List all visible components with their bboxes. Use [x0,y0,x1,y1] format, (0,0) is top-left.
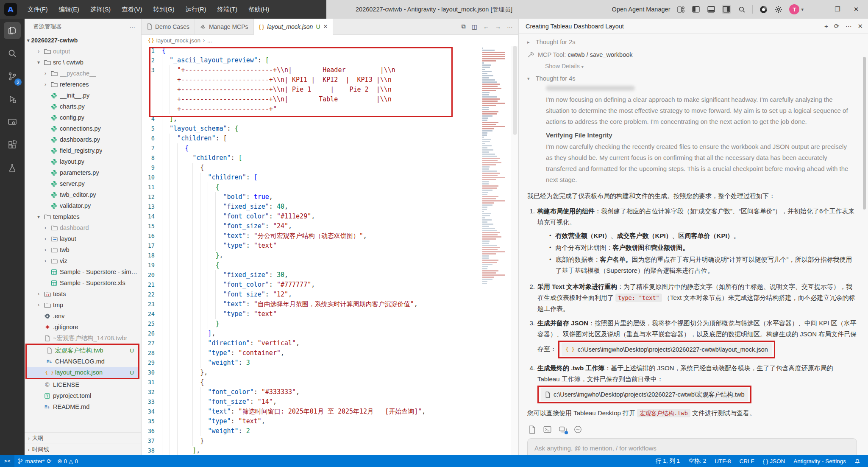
agent-scrollbar[interactable] [863,57,866,210]
problems-item[interactable]: ⊗0 △0 [54,455,81,467]
outline-section[interactable]: ›大纲 [25,432,141,444]
code-line[interactable]: 26], [142,329,518,338]
search-sidebar-icon[interactable] [4,45,21,62]
chevron-collapsed-icon[interactable]: › [36,302,42,308]
show-details-toggle[interactable]: Show Details ▾ [527,61,857,72]
tree-item[interactable]: M↓CHANGELOG.md [27,356,138,367]
chevron-collapsed-icon[interactable]: › [42,258,48,264]
chevron-collapsed-icon[interactable]: › [36,48,42,54]
explorer-more-icon[interactable]: ⋯ [130,23,136,30]
code-line[interactable]: 18}, [142,251,518,260]
tree-item[interactable]: ›__pycache__ [25,68,141,79]
status-item[interactable]: 空格: 2 [684,455,710,467]
code-line[interactable]: 19{ [142,260,518,270]
code-line[interactable]: 16"text": "分公司宏观客户结构（动态双饼图）", [142,231,518,241]
maximize-button[interactable]: ❐ [828,6,847,13]
tree-item[interactable]: M↓README.md [25,401,141,412]
code-line[interactable]: +-----------------------+\\n| KPI1 | KPI… [142,75,518,85]
tree-item[interactable]: config.py [25,112,141,123]
tree-item[interactable]: ~宏观客户结构_14708.twbr [25,333,141,344]
tree-item[interactable]: server.py [25,178,141,189]
breadcrumb-file[interactable]: layout_mock.json [156,37,200,44]
code-line[interactable]: 25} [142,319,518,329]
tree-item[interactable]: charts.py [25,101,141,112]
forward-icon[interactable]: → [495,23,501,30]
chevron-collapsed-icon[interactable]: › [42,70,48,76]
explorer-icon[interactable] [4,22,21,39]
code-line[interactable]: 4], [142,114,518,124]
menu-item[interactable]: 选择(S) [85,6,116,14]
tree-item[interactable]: dashboards.py [25,134,141,145]
code-line[interactable]: 34"text": "筛选时间窗口: 2025年01月 至 2025年12月 [… [142,407,518,417]
tree-item[interactable]: ›tmp [25,299,141,310]
source-control-icon[interactable]: 2 [4,68,21,85]
chevron-collapsed-icon[interactable]: › [36,291,42,297]
notifications-bell-icon[interactable] [850,455,865,467]
terminal-icon[interactable] [543,425,552,434]
code-line[interactable]: 35"type": "text", [142,417,518,426]
chevron-collapsed-icon[interactable]: › [42,247,48,253]
timeline-section[interactable]: ›时间线 [25,444,141,455]
tree-item[interactable]: .env [25,310,141,322]
privacy-icon[interactable] [574,425,582,434]
code-line[interactable]: 1{ [142,46,518,56]
customize-layout-icon[interactable] [676,5,685,14]
code-line[interactable]: 5"layout_schema": { [142,124,518,134]
attach-file-icon[interactable] [528,425,537,434]
code-line[interactable]: 8"children": [ [142,153,518,163]
code-line[interactable]: 33"font_size": "14", [142,397,518,407]
tree-item[interactable]: __init__.py [25,90,141,101]
tree-item[interactable]: ›tests [25,288,141,299]
code-line[interactable]: 9{ [142,163,518,173]
tree-item[interactable]: pyproject.toml [25,390,141,401]
tree-item[interactable]: ▾templates [25,211,141,222]
chevron-collapsed-icon[interactable]: › [42,236,48,242]
search-icon[interactable] [737,5,746,14]
tree-item[interactable]: twb_editor.py [25,189,141,200]
tree-item[interactable]: ›viz [25,255,141,266]
close-tab-icon[interactable]: ✕ [323,23,328,30]
compare-icon[interactable]: ⧉ [462,23,466,30]
status-item[interactable]: Antigravity - Settings [789,455,850,467]
code-line[interactable]: 11{ [142,182,518,192]
tab-layout-mock-json[interactable]: { }layout_mock.jsonU✕ [254,19,334,35]
code-line[interactable]: +-----------------------+" [142,104,518,114]
code-line[interactable]: 23"text": "自由选择年月范围，系统实时计算周期内客户沉淀价值", [142,299,518,309]
tree-item[interactable]: ›references [25,79,141,90]
code-line[interactable]: 3"+-----------------------+\\n| Header |… [142,65,518,75]
menu-item[interactable]: 查看(V) [116,6,147,14]
menu-item[interactable]: 运行(R) [180,6,211,14]
chevron-expanded-icon[interactable]: ▾ [36,59,42,65]
tree-item[interactable]: layout.py [25,156,141,167]
code-line[interactable]: 38], [142,446,518,455]
code-line[interactable]: 29"weight": 3 [142,358,518,368]
minimap[interactable] [482,48,507,285]
tree-item[interactable]: connections.py [25,123,141,134]
chevron-expanded-icon[interactable]: ▾ [36,214,42,220]
tree-item[interactable]: ›layout [25,233,141,244]
code-line[interactable]: 37} [142,436,518,446]
chevron-collapsed-icon[interactable]: › [42,81,48,87]
back-icon[interactable]: ← [483,23,489,30]
toggle-panel-icon[interactable] [707,5,716,14]
remote-explorer-icon[interactable] [4,114,21,131]
code-line[interactable]: 17"type": "text" [142,241,518,251]
editor-scrollbar[interactable] [511,46,518,455]
panel-more-icon[interactable]: ⋯ [845,22,851,30]
toggle-secondary-sidebar-icon[interactable] [722,5,731,14]
status-item[interactable]: UTF-8 [710,455,735,467]
code-line[interactable]: 28"type": "container", [142,348,518,358]
tree-item[interactable]: parameters.py [25,167,141,178]
tree-item[interactable]: .gitignore [25,322,141,333]
tree-item[interactable]: field_registry.py [25,145,141,156]
chat-input-box[interactable]: Ask anything, @ to mention, / for workfl… [527,438,857,455]
code-line[interactable]: 2"_ascii_layout_preview": [ [142,56,518,65]
code-line[interactable]: 15"font_size": "24", [142,221,518,231]
account-menu[interactable]: T ▾ [789,4,804,14]
remote-indicator[interactable]: >< [0,455,14,467]
menu-item[interactable]: 文件(F) [22,6,53,14]
tree-item[interactable]: 宏观客户结构.twbU [27,345,138,356]
settings-gear-icon[interactable] [774,5,783,14]
tree-item[interactable]: Sample - Superstore - simpl... [25,266,141,277]
tab-manage-mcps[interactable]: Manage MCPs [195,19,254,34]
